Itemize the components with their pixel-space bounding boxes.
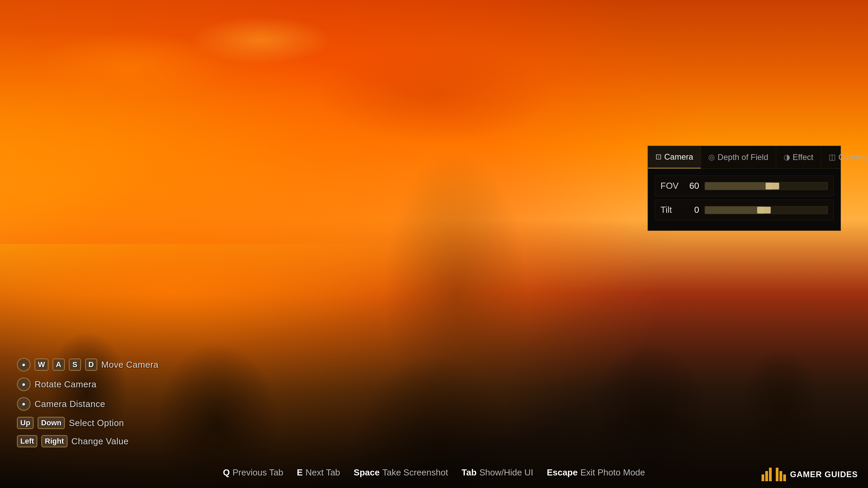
camera-tab-icon: ⊡ [655,152,662,161]
rotate-camera-hint: ● Rotate Camera [17,378,159,391]
camera-distance-label: Camera Distance [35,399,105,409]
effect-tab-icon: ◑ [784,153,790,162]
key-a: A [53,359,65,371]
tab-depth-of-field[interactable]: ◎ Depth of Field [701,146,776,168]
space-key-label: Space [354,467,380,478]
move-camera-hint: ● W A S D Move Camera [17,358,159,371]
select-option-label: Select Option [69,418,124,428]
panel-content: FOV 60 Tilt 0 [648,169,841,230]
dof-tab-icon: ◎ [708,153,715,162]
e-key-label: E [297,467,303,478]
photo-mode-panel: ⊡ Camera ◎ Depth of Field ◑ Effect ◫ Ove… [648,146,841,231]
key-down: Down [38,417,65,429]
fov-setting-row[interactable]: FOV 60 [655,176,834,196]
tilt-slider[interactable] [705,206,828,214]
rotate-camera-label: Rotate Camera [35,379,97,390]
fov-slider-fill [705,182,772,190]
tab-overlay[interactable]: ◫ Overlay [821,146,868,168]
key-s: S [69,359,81,371]
tilt-slider-fill [705,206,764,214]
select-option-hint: Up Down Select Option [17,417,159,429]
key-left: Left [17,435,37,447]
tab-effect[interactable]: ◑ Effect [776,146,821,168]
next-tab-label: Next Tab [305,467,340,478]
key-d: D [85,359,97,371]
hud-controls: ● W A S D Move Camera ● Rotate Camera ● … [17,358,159,447]
camera-distance-hint: ● Camera Distance [17,397,159,411]
gamer-guides-logo-icon [762,468,786,481]
tilt-slider-thumb[interactable] [757,207,771,214]
fov-slider[interactable] [705,182,828,190]
rotate-joystick-icon: ● [17,378,31,391]
escape-key-label: Escape [547,467,578,478]
show-hide-ui-hint: Tab Show/Hide UI [461,467,533,478]
tilt-value: 0 [688,205,705,215]
key-right: Right [41,435,67,447]
q-key-label: Q [223,467,230,478]
move-camera-label: Move Camera [101,360,159,370]
watermark: GAMER GUIDES [762,468,858,481]
camera-tab-label: Camera [664,152,693,162]
bottom-hints-bar: Q Previous Tab E Next Tab Space Take Scr… [0,467,868,478]
fov-slider-thumb[interactable] [766,183,779,189]
tilt-setting-row[interactable]: Tilt 0 [655,200,834,220]
tab-bar: ⊡ Camera ◎ Depth of Field ◑ Effect ◫ Ove… [648,146,841,169]
next-tab-hint: E Next Tab [297,467,340,478]
watermark-text: GAMER GUIDES [790,470,858,479]
change-value-hint: Left Right Change Value [17,435,159,447]
previous-tab-label: Previous Tab [233,467,283,478]
overlay-tab-icon: ◫ [829,153,836,162]
tab-camera[interactable]: ⊡ Camera [648,146,701,168]
key-up: Up [17,417,34,429]
overlay-tab-label: Overlay [839,152,867,162]
previous-tab-hint: Q Previous Tab [223,467,283,478]
dof-tab-label: Depth of Field [717,152,768,162]
fov-value: 60 [688,181,705,191]
joystick-icon: ● [17,358,31,371]
tilt-label: Tilt [660,205,688,215]
fov-label: FOV [660,181,688,191]
screenshot-hint: Space Take Screenshot [354,467,448,478]
screenshot-label: Take Screenshot [382,467,448,478]
show-hide-ui-label: Show/Hide UI [479,467,533,478]
effect-tab-label: Effect [793,152,813,162]
distance-joystick-icon: ● [17,397,31,411]
tab-key-label: Tab [461,467,476,478]
key-w: W [35,359,48,371]
exit-photo-mode-hint: Escape Exit Photo Mode [547,467,645,478]
exit-photo-mode-label: Exit Photo Mode [580,467,645,478]
change-value-label: Change Value [72,436,129,447]
